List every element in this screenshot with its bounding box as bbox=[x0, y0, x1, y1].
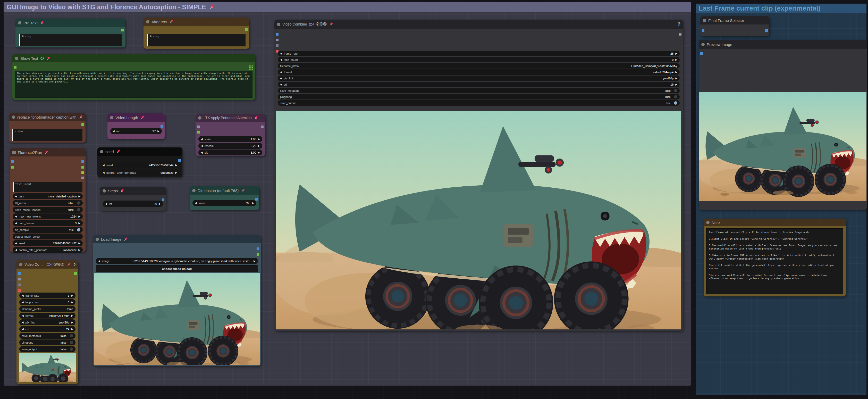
output-slot-string[interactable] bbox=[121, 29, 124, 31]
widget-pingpong[interactable]: pingpongfalse bbox=[278, 94, 680, 99]
collapse-dot[interactable] bbox=[100, 150, 103, 153]
output-slot-mask[interactable] bbox=[257, 253, 259, 256]
widget-crf[interactable]: ◀crf19▶ bbox=[278, 82, 680, 87]
widget-crf[interactable]: ◀crf24▶ bbox=[19, 326, 75, 332]
stepper-left-arrow[interactable]: ◀ bbox=[280, 58, 282, 61]
stepper-right-arrow[interactable]: ▶ bbox=[71, 314, 73, 317]
stepper-right-arrow[interactable]: ▶ bbox=[258, 151, 260, 154]
stepper-left-arrow[interactable]: ◀ bbox=[15, 195, 17, 198]
widget-rescale[interactable]: ◀rescale0.25▶ bbox=[198, 143, 262, 149]
widget-do-sample[interactable]: do_sampletrue bbox=[12, 227, 83, 233]
output-slot-string[interactable] bbox=[82, 123, 84, 126]
collapse-dot[interactable] bbox=[198, 116, 202, 120]
stepper-right-arrow[interactable]: ▶ bbox=[253, 259, 256, 263]
stepper-right-arrow[interactable]: ▶ bbox=[71, 301, 73, 304]
node-preview-image[interactable]: Preview Image bbox=[699, 40, 867, 210]
stepper-left-arrow[interactable]: ◀ bbox=[22, 328, 24, 331]
stepper-left-arrow[interactable]: ◀ bbox=[22, 321, 24, 324]
input-slot-vae[interactable] bbox=[18, 289, 21, 292]
node-load-image[interactable]: Load Image ◀image02627-1499186260-imagin… bbox=[93, 235, 261, 366]
stepper-right-arrow[interactable]: ▶ bbox=[675, 83, 677, 86]
stepper-right-arrow[interactable]: ▶ bbox=[675, 77, 677, 80]
node-header[interactable]: Video Combine ⓋⒽⓈ ? bbox=[17, 260, 78, 269]
input-slot-conditioning[interactable] bbox=[197, 131, 200, 133]
node-video-combine-small[interactable]: Video Combine ⓋⒽⓈ ? ◀frame_rate1▶◀loop_c… bbox=[17, 260, 78, 384]
stepper-right-arrow[interactable]: ▶ bbox=[71, 321, 73, 324]
collapse-dot[interactable] bbox=[706, 221, 710, 224]
output-slot-caption[interactable] bbox=[82, 172, 84, 174]
node-final-frame-selector[interactable]: Final Frame Selector bbox=[700, 16, 769, 36]
widget-control-after-generate[interactable]: ◀control_after_generaterandomize▶ bbox=[100, 170, 180, 176]
stepper-left-arrow[interactable]: ◀ bbox=[105, 202, 107, 205]
widget-fill-mask[interactable]: fill_maskfalse bbox=[12, 200, 83, 206]
node-pre-text[interactable]: Pre Text String bbox=[16, 19, 125, 48]
stepper-left-arrow[interactable]: ◀ bbox=[98, 259, 100, 263]
stepper-left-arrow[interactable]: ◀ bbox=[22, 314, 24, 317]
node-after-text[interactable]: After text String bbox=[144, 18, 249, 49]
help-icon[interactable]: ? bbox=[677, 21, 680, 27]
replace-text-input[interactable]: video bbox=[12, 129, 83, 141]
stepper-right-arrow[interactable]: ▶ bbox=[258, 144, 260, 147]
widget-max-new-tokens[interactable]: ◀max_new_tokens1024▶ bbox=[12, 213, 83, 219]
input-slot-image[interactable] bbox=[702, 29, 704, 32]
widget-num-beams[interactable]: ◀num_beams3▶ bbox=[12, 220, 83, 226]
widget-save-output[interactable]: save_outputtrue bbox=[278, 100, 680, 106]
widget-pix-fmt[interactable]: ◀pix_fmtyuv420p▶ bbox=[278, 75, 680, 81]
widget-format[interactable]: ◀formatvideo/h264-mp4▶ bbox=[19, 313, 75, 318]
node-header[interactable]: Preview Image bbox=[699, 40, 867, 49]
node-header[interactable]: Video Combine ⓋⒽⓈ ? bbox=[274, 20, 683, 29]
widget-save-metadata[interactable]: save_metadatafalse bbox=[278, 88, 680, 93]
widget-value[interactable]: ◀value768▶ bbox=[192, 200, 256, 206]
stepper-right-arrow[interactable]: ▶ bbox=[175, 171, 177, 174]
stepper-right-arrow[interactable]: ▶ bbox=[78, 195, 81, 198]
stepper-left-arrow[interactable]: ◀ bbox=[280, 52, 282, 55]
help-icon[interactable]: ? bbox=[73, 263, 76, 267]
input-slot-audio[interactable] bbox=[18, 278, 21, 280]
toggle-dot[interactable] bbox=[77, 228, 81, 232]
choose-file-button[interactable]: choose file to upload bbox=[96, 265, 258, 272]
toggle-dot[interactable] bbox=[70, 334, 73, 337]
group-main-title-bar[interactable]: GUI Image to Video with STG and Florence… bbox=[4, 2, 691, 12]
widget-seed[interactable]: ◀seed742755875252544▶ bbox=[100, 162, 180, 168]
after-text-input[interactable]: String bbox=[147, 34, 246, 47]
widget-image[interactable]: ◀image02627-1499186260-imagine a cyberne… bbox=[96, 258, 258, 264]
output-slot-filenames[interactable] bbox=[679, 33, 681, 36]
stepper-right-arrow[interactable]: ▶ bbox=[71, 294, 73, 297]
widget-loop-count[interactable]: ◀loop_count0▶ bbox=[278, 57, 680, 62]
node-header[interactable]: Florence2Run bbox=[10, 148, 86, 156]
stepper-right-arrow[interactable]: ▶ bbox=[78, 222, 81, 224]
collapse-dot[interactable] bbox=[277, 23, 280, 26]
collapse-dot[interactable] bbox=[703, 19, 706, 22]
stepper-left-arrow[interactable]: ◀ bbox=[280, 83, 282, 86]
widget-keep-model-loaded[interactable]: keep_model_loadedfalse bbox=[12, 207, 83, 213]
stepper-right-arrow[interactable]: ▶ bbox=[157, 130, 159, 132]
node-ltx-apply-perturbed-attention[interactable]: LTX Apply Perturbed Attention ◀scale1.00… bbox=[195, 114, 265, 156]
stepper-left-arrow[interactable]: ◀ bbox=[15, 215, 17, 218]
node-note[interactable]: Note Last Frame of current Clip will be … bbox=[704, 219, 846, 297]
stepper-left-arrow[interactable]: ◀ bbox=[201, 151, 203, 154]
output-slot-string[interactable] bbox=[245, 28, 248, 31]
toggle-dot[interactable] bbox=[674, 89, 677, 92]
node-header[interactable]: Show Text bbox=[12, 54, 255, 62]
stepper-left-arrow[interactable]: ◀ bbox=[22, 294, 24, 297]
collapse-dot[interactable] bbox=[96, 238, 99, 241]
stepper-left-arrow[interactable]: ◀ bbox=[102, 164, 104, 166]
node-steps[interactable]: Steps ◀int30▶ bbox=[100, 187, 166, 211]
stepper-left-arrow[interactable]: ◀ bbox=[280, 77, 282, 80]
node-header[interactable]: Final Frame Selector bbox=[700, 16, 769, 25]
stepper-left-arrow[interactable]: ◀ bbox=[15, 222, 17, 224]
toggle-dot[interactable] bbox=[70, 341, 73, 344]
output-slot-model[interactable] bbox=[261, 125, 264, 128]
output-slot-data[interactable] bbox=[82, 177, 84, 179]
widget-seed[interactable]: ◀seed776200450051432▶ bbox=[12, 240, 83, 246]
stepper-right-arrow[interactable]: ▶ bbox=[675, 58, 677, 61]
toggle-dot[interactable] bbox=[674, 95, 677, 98]
stepper-left-arrow[interactable]: ◀ bbox=[195, 202, 197, 205]
collapse-dot[interactable] bbox=[701, 43, 705, 46]
widget-pingpong[interactable]: pingpongfalse bbox=[19, 339, 75, 345]
node-header[interactable]: Load Image bbox=[93, 235, 261, 243]
widget-format[interactable]: ◀formatvideo/h264-mp4▶ bbox=[278, 69, 680, 75]
node-video-length[interactable]: Video Length ◀int97▶ bbox=[107, 114, 165, 139]
node-header[interactable]: After text bbox=[144, 18, 249, 26]
input-slot-images[interactable] bbox=[276, 33, 279, 36]
